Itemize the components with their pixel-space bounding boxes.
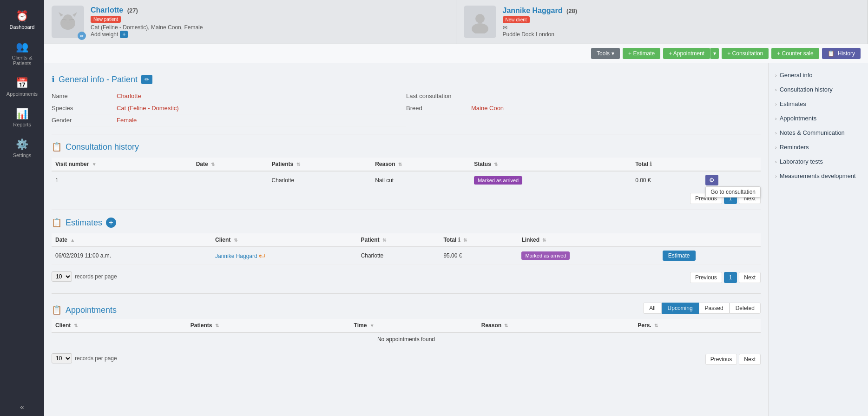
th-visit-number[interactable]: Visit number ▼ xyxy=(52,158,192,171)
th-est-client[interactable]: Client ⇅ xyxy=(211,233,357,247)
appointments-title: Appointments xyxy=(66,305,117,315)
cell-visit-number: 1 xyxy=(52,171,192,189)
th-est-actions xyxy=(659,233,761,247)
divider-3 xyxy=(52,293,761,294)
tools-button[interactable]: Tools ▾ xyxy=(591,48,620,59)
cell-est-linked: Marked as arrived xyxy=(518,247,658,264)
history-button[interactable]: 📋 History xyxy=(822,48,861,59)
estimates-page-size-select[interactable]: 10 25 50 xyxy=(52,271,72,282)
counter-sale-button[interactable]: + Counter sale xyxy=(771,48,819,59)
appt-prev-btn[interactable]: Previous xyxy=(705,354,737,365)
client-link[interactable]: Jannike Haggard xyxy=(215,253,257,259)
filter-upcoming-btn[interactable]: Upcoming xyxy=(662,303,699,314)
est-prev-btn[interactable]: Previous xyxy=(690,272,722,283)
est-current-btn[interactable]: 1 xyxy=(724,272,737,283)
consultation-history-title: Consultation history xyxy=(66,142,139,152)
appointments-page-size-select[interactable]: 10 25 50 xyxy=(52,353,72,363)
th-patients[interactable]: Patients ⇅ xyxy=(268,158,372,171)
appointment-button[interactable]: + Appointment xyxy=(663,48,710,59)
sort-appt-pers-icon: ⇅ xyxy=(654,323,658,328)
right-sidebar-estimates[interactable]: › Estimates xyxy=(769,97,868,111)
dropdown-arrow-icon: ▾ xyxy=(612,50,614,57)
cell-est-action: Estimate xyxy=(659,247,761,264)
chart-icon: 📊 xyxy=(16,108,28,120)
label-gender: Gender xyxy=(52,117,117,124)
th-est-total[interactable]: Total ℹ ⇅ xyxy=(440,233,518,247)
sidebar-item-dashboard[interactable]: ⏰ Dashboard xyxy=(0,5,44,35)
filter-all-btn[interactable]: All xyxy=(643,303,661,314)
estimate-button[interactable]: + Estimate xyxy=(623,48,660,59)
sidebar-item-label: Settings xyxy=(13,152,32,158)
cell-date xyxy=(192,171,268,189)
sidebar-item-clients-patients[interactable]: 👥 Clients & Patients xyxy=(0,35,44,72)
right-sidebar-lab-tests[interactable]: › Laboratory tests xyxy=(769,154,868,169)
th-appt-reason[interactable]: Reason ⇅ xyxy=(478,319,634,332)
est-next-btn[interactable]: Next xyxy=(739,272,761,283)
svg-point-7 xyxy=(472,23,488,33)
th-est-date[interactable]: Date ▲ xyxy=(52,233,211,247)
filter-deleted-btn[interactable]: Deleted xyxy=(730,303,761,314)
sidebar-collapse-btn[interactable]: « xyxy=(15,398,29,416)
chevron-right-icon: › xyxy=(775,130,777,136)
appointment-dropdown-btn[interactable]: ▾ xyxy=(710,48,719,59)
label-last-consultation: Last consultation xyxy=(406,92,471,99)
value-name: Charlotte xyxy=(117,92,141,99)
sidebar-item-settings[interactable]: ⚙️ Settings xyxy=(0,133,44,164)
client-address: Puddle Dock London xyxy=(503,31,578,38)
estimate-action-btn[interactable]: Estimate xyxy=(663,251,696,261)
label-name: Name xyxy=(52,92,117,99)
right-sidebar-notes[interactable]: › Notes & Communication xyxy=(769,125,868,140)
sort-patients-icon: ⇅ xyxy=(296,162,300,167)
info-icon-total: ℹ xyxy=(650,161,652,167)
th-est-patient[interactable]: Patient ⇅ xyxy=(357,233,440,247)
cell-est-date: 06/02/2019 11:00 a.m. xyxy=(52,247,211,264)
value-breed: Maine Coon xyxy=(471,105,504,112)
value-gender: Female xyxy=(117,117,137,124)
consultation-history-header: 📋 Consultation history xyxy=(52,142,761,152)
divider-2 xyxy=(52,210,761,210)
th-reason[interactable]: Reason ⇅ xyxy=(371,158,470,171)
consultation-history-table: Visit number ▼ Date ⇅ Patients ⇅ Reaso xyxy=(52,158,761,189)
th-appt-time[interactable]: Time ▼ xyxy=(350,319,478,332)
right-sidebar-consultation-history[interactable]: › Consultation history xyxy=(769,82,868,97)
add-weight-btn[interactable]: + xyxy=(120,31,128,38)
info-row-breed: Breed Maine Coon xyxy=(406,102,761,114)
sidebar-item-reports[interactable]: 📊 Reports xyxy=(0,102,44,133)
chevron-right-icon: › xyxy=(775,73,777,78)
avatar-edit-btn[interactable]: ✏ xyxy=(78,32,86,40)
info-row-gender: Gender Female xyxy=(52,114,406,126)
add-estimate-btn[interactable]: + xyxy=(106,218,116,228)
consultation-pagination: Previous 1 Next xyxy=(52,193,761,204)
right-sidebar-appointments[interactable]: › Appointments xyxy=(769,111,868,125)
gear-action-btn[interactable]: ⚙ xyxy=(705,175,718,185)
th-status[interactable]: Status ⇅ xyxy=(470,158,631,171)
right-sidebar-reminders[interactable]: › Reminders xyxy=(769,140,868,154)
th-appt-pers[interactable]: Pers. ⇅ xyxy=(634,319,761,332)
divider-1 xyxy=(52,134,761,134)
client-info: Jannike Haggard (28) New client ✉ Puddle… xyxy=(503,7,578,38)
th-appt-patients[interactable]: Patients ⇅ xyxy=(187,319,350,332)
th-est-linked[interactable]: Linked ⇅ xyxy=(518,233,658,247)
sidebar-item-appointments[interactable]: 📅 Appointments xyxy=(0,72,44,102)
right-sidebar-general-info[interactable]: › General info xyxy=(769,68,868,82)
estimates-footer: 10 25 50 records per page Previous 1 Nex… xyxy=(52,268,761,289)
consultation-button[interactable]: + Consultation xyxy=(722,48,769,59)
right-sidebar-measurements[interactable]: › Measurements development xyxy=(769,169,868,183)
appointments-table: Client ⇅ Patients ⇅ Time ▼ Reason xyxy=(52,319,761,346)
info-row-last-consultation: Last consultation xyxy=(406,90,761,102)
th-date[interactable]: Date ⇅ xyxy=(192,158,268,171)
sort-appt-reason-icon: ⇅ xyxy=(504,323,508,328)
filter-passed-btn[interactable]: Passed xyxy=(699,303,730,314)
action-toolbar: Tools ▾ + Estimate + Appointment ▾ + Con… xyxy=(44,44,868,63)
appt-next-btn[interactable]: Next xyxy=(739,354,761,365)
consultation-icon: 📋 xyxy=(52,142,62,152)
th-appt-client[interactable]: Client ⇅ xyxy=(52,319,187,332)
estimates-icon: 📋 xyxy=(52,218,62,228)
th-total[interactable]: Total ℹ xyxy=(631,158,702,171)
general-info-edit-btn[interactable]: ✏ xyxy=(141,75,152,84)
clients-icon: 👥 xyxy=(16,41,28,53)
add-weight-link[interactable]: Add weight + xyxy=(91,31,128,38)
info-row-species: Species Cat (Feline - Domestic) xyxy=(52,102,406,114)
cell-reason: Nail cut xyxy=(371,171,470,189)
gear-icon: ⚙️ xyxy=(16,139,28,151)
